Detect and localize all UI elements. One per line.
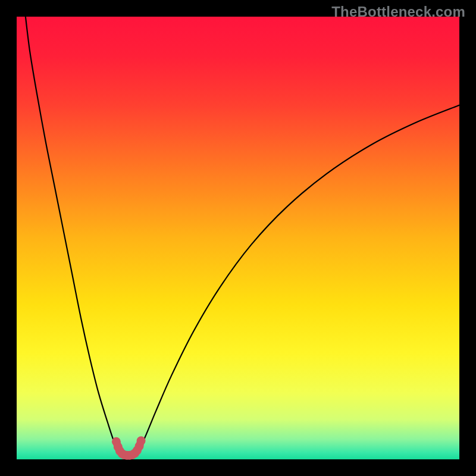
chart-frame: TheBottleneck.com [0, 0, 476, 476]
plot-background [17, 17, 459, 459]
series-valley-marker-dot [137, 436, 146, 445]
watermark-text: TheBottleneck.com [331, 4, 465, 20]
plot-svg [0, 0, 476, 476]
